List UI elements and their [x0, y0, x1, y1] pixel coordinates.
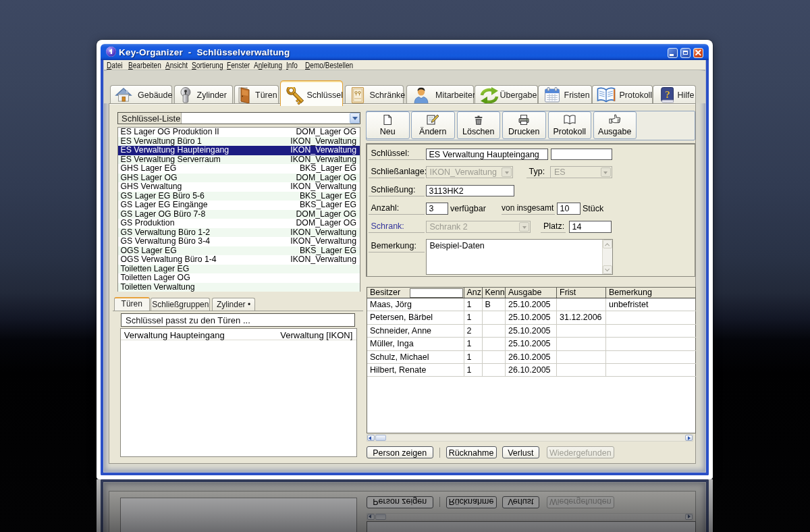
svg-text:?: ?	[665, 88, 670, 99]
